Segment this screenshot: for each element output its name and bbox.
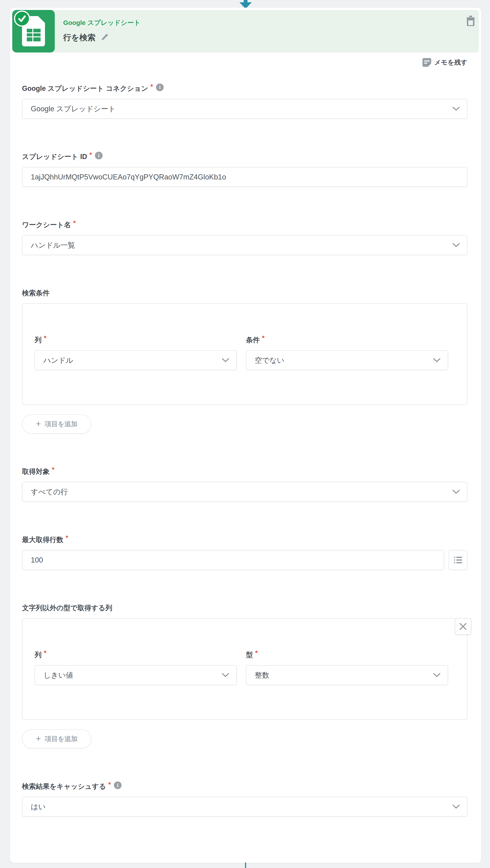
- search-cond-select[interactable]: 空でない: [246, 350, 448, 370]
- typed-col-label: 列*: [35, 650, 237, 659]
- chevron-down-icon: [222, 673, 229, 677]
- info-icon[interactable]: i: [114, 781, 122, 789]
- search-conditions-group: 列* ハンドル 条件* 空でない: [22, 303, 467, 405]
- search-conditions-label: 検索条件: [22, 288, 467, 297]
- trash-icon: [466, 16, 476, 26]
- remove-group-button[interactable]: [455, 618, 471, 635]
- required-mark: *: [151, 83, 153, 90]
- worksheet-value: ハンドル一覧: [31, 240, 75, 250]
- target-select[interactable]: すべての行: [22, 482, 467, 502]
- check-icon: [18, 15, 26, 23]
- typed-type-select[interactable]: 整数: [246, 665, 448, 685]
- plus-icon: +: [36, 734, 41, 743]
- cache-select[interactable]: はい: [22, 797, 467, 817]
- required-mark: *: [44, 649, 46, 656]
- chevron-down-icon: [433, 673, 440, 677]
- connection-select[interactable]: Google スプレッドシート: [22, 99, 467, 119]
- cache-label: 検索結果をキャッシュする* i: [22, 782, 467, 790]
- required-mark: *: [262, 334, 264, 342]
- step-form: Google スプレッドシート コネクション* i Google スプレッドシー…: [22, 84, 467, 817]
- add-item-label: 項目を追加: [45, 735, 77, 743]
- required-mark: *: [66, 534, 68, 541]
- required-mark: *: [52, 466, 54, 473]
- worksheet-select[interactable]: ハンドル一覧: [22, 235, 467, 255]
- max-rows-value: 100: [31, 556, 43, 564]
- service-label: Google スプレッドシート: [63, 19, 140, 27]
- memo-link-label: メモを残す: [434, 58, 467, 67]
- sheet-id-input[interactable]: 1ajJQhhUrMQtP5VwoCUEAo7qYgPYQRaoW7mZ4Glo…: [22, 167, 467, 187]
- typed-col-value: しきい値: [43, 670, 73, 680]
- status-badge: [14, 10, 30, 27]
- close-icon: [459, 623, 467, 630]
- target-value: すべての行: [31, 487, 68, 497]
- required-mark: *: [73, 219, 76, 226]
- step-title: 行を検索: [63, 32, 96, 43]
- search-col-value: ハンドル: [43, 355, 73, 365]
- chevron-down-icon: [453, 490, 460, 494]
- search-col-select[interactable]: ハンドル: [35, 350, 237, 370]
- max-rows-input[interactable]: 100: [22, 550, 444, 570]
- edit-title-button[interactable]: [100, 34, 108, 41]
- typed-columns-label: 文字列以外の型で取得する列: [22, 603, 467, 612]
- search-col-label: 列*: [35, 335, 237, 344]
- required-mark: *: [44, 334, 46, 342]
- connection-value: Google スプレッドシート: [31, 104, 116, 114]
- required-mark: *: [89, 151, 92, 158]
- sheet-id-label: スプレッドシート ID* i: [22, 152, 467, 160]
- cache-value: はい: [31, 802, 46, 812]
- list-icon: [454, 557, 462, 563]
- page: { "header": { "service": "Google スプレッドシー…: [0, 0, 490, 868]
- memo-link[interactable]: メモを残す: [10, 58, 467, 67]
- max-rows-label: 最大取得行数*: [22, 535, 467, 544]
- step-header: Google スプレッドシート 行を検索: [12, 10, 479, 53]
- sheet-id-value: 1ajJQhhUrMQtP5VwoCUEAo7qYgPYQRaoW7mZ4Glo…: [31, 173, 226, 181]
- add-search-condition-button[interactable]: + 項目を追加: [22, 414, 91, 434]
- typed-type-label: 型*: [246, 650, 448, 659]
- chevron-down-icon: [222, 358, 229, 362]
- pencil-icon: [100, 34, 108, 41]
- target-label: 取得対象*: [22, 467, 467, 475]
- chevron-down-icon: [453, 243, 460, 247]
- step-card: Google スプレッドシート 行を検索: [10, 8, 481, 863]
- required-mark: *: [255, 649, 258, 656]
- flow-connector-line: [245, 863, 246, 868]
- info-icon[interactable]: i: [95, 152, 103, 159]
- note-icon: [422, 58, 431, 67]
- add-typed-column-button[interactable]: + 項目を追加: [22, 729, 91, 748]
- typed-col-select[interactable]: しきい値: [35, 665, 237, 685]
- required-mark: *: [108, 781, 111, 788]
- header-band: Google スプレッドシート 行を検索: [51, 10, 479, 53]
- chevron-down-icon: [453, 805, 460, 809]
- search-cond-label: 条件*: [246, 335, 448, 344]
- typed-type-value: 整数: [255, 670, 269, 680]
- chevron-down-icon: [433, 358, 440, 362]
- insert-output-button[interactable]: [449, 550, 467, 570]
- search-cond-value: 空でない: [255, 355, 285, 365]
- delete-step-button[interactable]: [466, 16, 476, 27]
- connection-label: Google スプレッドシート コネクション* i: [22, 84, 467, 92]
- add-item-label: 項目を追加: [45, 420, 77, 429]
- worksheet-label: ワークシート名*: [22, 220, 467, 229]
- typed-columns-group: 列* しきい値 型* 整数: [22, 618, 467, 720]
- info-icon[interactable]: i: [156, 84, 164, 91]
- plus-icon: +: [36, 419, 41, 428]
- chevron-down-icon: [453, 107, 460, 111]
